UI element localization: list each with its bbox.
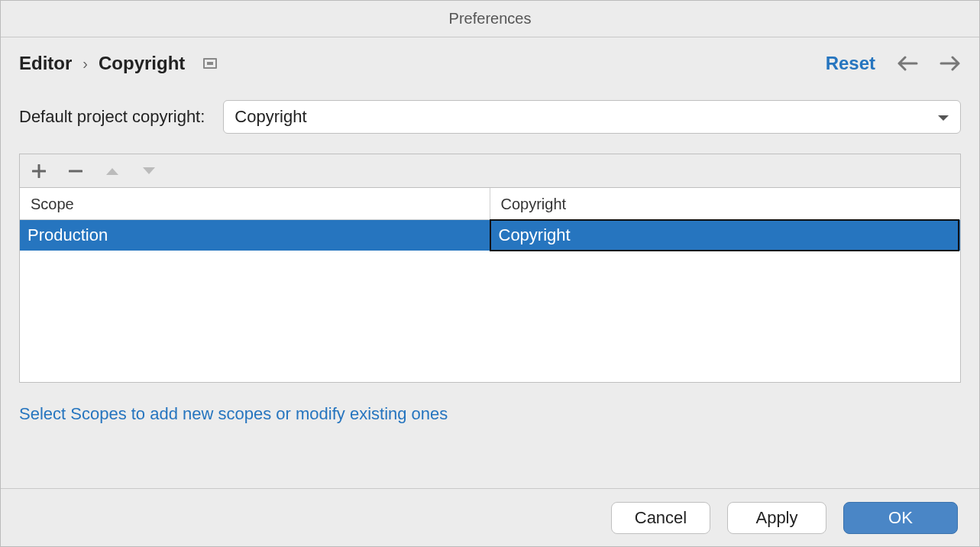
cell-copyright-editing[interactable]: Copyright bbox=[490, 219, 960, 251]
move-up-icon bbox=[102, 161, 122, 181]
remove-icon[interactable] bbox=[66, 161, 86, 181]
chevron-right-icon: › bbox=[82, 55, 88, 73]
back-arrow-icon[interactable] bbox=[897, 56, 918, 71]
project-level-icon bbox=[203, 58, 217, 69]
breadcrumb-root[interactable]: Editor bbox=[19, 53, 72, 74]
add-icon[interactable] bbox=[29, 161, 49, 181]
table-row[interactable]: Production Copyright bbox=[20, 220, 960, 251]
dialog-footer: Cancel Apply OK bbox=[1, 488, 979, 546]
move-down-icon bbox=[139, 161, 159, 181]
apply-button[interactable]: Apply bbox=[727, 502, 826, 534]
breadcrumb: Editor › Copyright bbox=[19, 53, 217, 74]
column-header-scope[interactable]: Scope bbox=[20, 188, 490, 219]
table-header: Scope Copyright bbox=[20, 188, 960, 220]
header-actions: Reset bbox=[826, 53, 961, 74]
default-copyright-row: Default project copyright: Copyright bbox=[19, 100, 961, 134]
forward-arrow-icon[interactable] bbox=[940, 56, 961, 71]
table-body: Production Copyright bbox=[20, 220, 960, 382]
ok-button[interactable]: OK bbox=[843, 502, 958, 534]
header-row: Editor › Copyright Reset bbox=[19, 53, 961, 74]
select-scopes-link[interactable]: Select Scopes to add new scopes or modif… bbox=[19, 404, 961, 424]
cancel-button[interactable]: Cancel bbox=[611, 502, 710, 534]
reset-link[interactable]: Reset bbox=[826, 53, 875, 74]
breadcrumb-page: Copyright bbox=[99, 53, 185, 74]
cell-scope[interactable]: Production bbox=[20, 220, 490, 251]
scopes-table: Scope Copyright Production Copyright bbox=[19, 154, 961, 383]
select-value: Copyright bbox=[234, 107, 306, 127]
default-copyright-label: Default project copyright: bbox=[19, 107, 205, 127]
chevron-down-icon bbox=[937, 107, 949, 127]
window-title: Preferences bbox=[1, 1, 979, 37]
default-copyright-select[interactable]: Copyright bbox=[223, 100, 961, 134]
table-toolbar bbox=[20, 154, 960, 188]
content-area: Editor › Copyright Reset Default project… bbox=[1, 37, 979, 488]
column-header-copyright[interactable]: Copyright bbox=[490, 188, 961, 219]
